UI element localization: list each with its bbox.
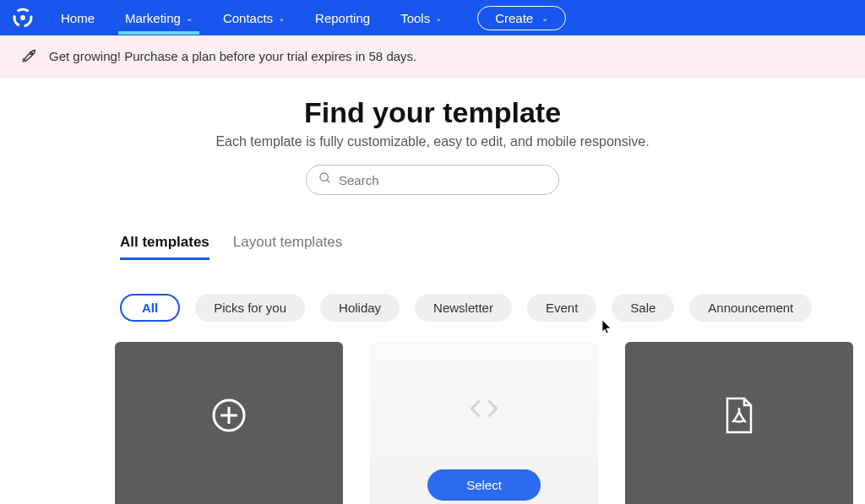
page-title: Find your template <box>0 96 865 129</box>
svg-line-4 <box>327 180 329 182</box>
nav-label: Home <box>61 11 95 25</box>
page-subtitle: Each template is fully customizable, eas… <box>0 134 865 149</box>
logo-icon[interactable] <box>12 7 34 29</box>
card-import-pdf[interactable]: Import PDF to email <box>625 342 853 504</box>
top-nav: Home Marketing⌄ Contacts⌄ Reporting Tool… <box>0 0 865 35</box>
svg-point-3 <box>320 173 328 181</box>
filter-newsletter[interactable]: Newsletter <box>415 294 512 322</box>
filter-holiday[interactable]: Holiday <box>320 294 400 322</box>
svg-point-2 <box>30 52 32 55</box>
nav-home[interactable]: Home <box>57 3 98 34</box>
nav-reporting[interactable]: Reporting <box>312 3 373 34</box>
search-box[interactable] <box>306 165 559 195</box>
chevron-down-icon: ⌄ <box>541 14 548 23</box>
nav-label: Tools <box>400 11 430 25</box>
nav-contacts[interactable]: Contacts⌄ <box>220 3 288 34</box>
chevron-down-icon: ⌄ <box>278 14 285 23</box>
trial-banner: Get growing! Purchase a plan before your… <box>0 35 865 78</box>
template-cards: Start from scratch Select Use your own h… <box>115 342 865 504</box>
create-button[interactable]: Create⌄ <box>477 6 566 30</box>
pdf-file-icon <box>721 395 758 439</box>
create-label: Create <box>495 11 533 25</box>
filter-event[interactable]: Event <box>527 294 596 322</box>
nav-marketing[interactable]: Marketing⌄ <box>122 3 196 34</box>
filter-all[interactable]: All <box>120 294 180 322</box>
card-start-from-scratch[interactable]: Start from scratch <box>115 342 343 504</box>
code-icon <box>465 390 503 431</box>
filter-row: All Picks for you Holiday Newsletter Eve… <box>120 294 865 322</box>
hero: Find your template Each template is full… <box>0 96 865 149</box>
nav-label: Contacts <box>223 11 273 25</box>
rocket-icon <box>20 46 39 67</box>
tab-all-templates[interactable]: All templates <box>120 234 209 260</box>
card-use-own-html[interactable]: Select Use your own html <box>370 342 598 504</box>
svg-point-1 <box>20 15 25 20</box>
plus-circle-icon <box>209 395 249 439</box>
nav-label: Marketing <box>125 11 181 25</box>
mouse-cursor-icon <box>601 319 613 338</box>
nav-label: Reporting <box>315 11 370 25</box>
filter-announcement[interactable]: Announcement <box>689 294 812 322</box>
chevron-down-icon: ⌄ <box>186 14 193 23</box>
search-icon <box>318 171 332 188</box>
banner-text: Get growing! Purchase a plan before your… <box>49 49 416 63</box>
tab-layout-templates[interactable]: Layout templates <box>233 234 342 260</box>
filter-sale[interactable]: Sale <box>612 294 674 322</box>
chevron-down-icon: ⌄ <box>435 14 442 23</box>
select-button[interactable]: Select <box>427 469 541 501</box>
filter-picks[interactable]: Picks for you <box>195 294 305 322</box>
template-tabs: All templates Layout templates <box>120 234 865 260</box>
search-input[interactable] <box>339 173 547 187</box>
nav-tools[interactable]: Tools⌄ <box>397 3 445 34</box>
